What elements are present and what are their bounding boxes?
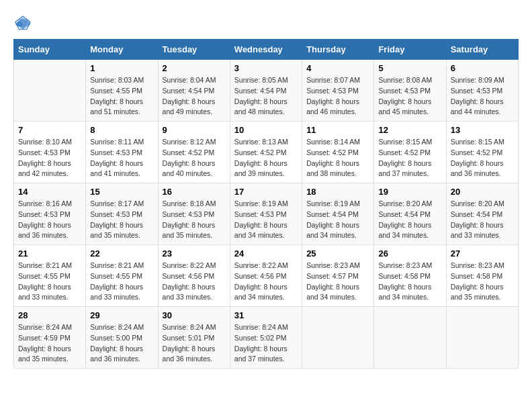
- week-row-3: 14 Sunrise: 8:16 AMSunset: 4:53 PMDaylig…: [14, 183, 519, 245]
- day-number: 11: [306, 125, 369, 135]
- day-cell: [14, 60, 86, 122]
- day-number: 3: [234, 63, 298, 73]
- day-number: 8: [90, 125, 153, 135]
- day-number: 30: [163, 310, 226, 320]
- day-info: Sunrise: 8:21 AMSunset: 4:55 PMDaylight:…: [18, 261, 81, 303]
- day-number: 7: [18, 125, 81, 135]
- day-number: 21: [18, 248, 81, 259]
- day-number: 26: [378, 248, 441, 259]
- header-sunday: Sunday: [14, 40, 86, 60]
- day-info: Sunrise: 8:20 AMSunset: 4:54 PMDaylight:…: [451, 199, 514, 241]
- day-cell: 18 Sunrise: 8:19 AMSunset: 4:54 PMDaylig…: [302, 183, 374, 245]
- day-cell: 16 Sunrise: 8:18 AMSunset: 4:53 PMDaylig…: [158, 183, 230, 245]
- day-cell: 15 Sunrise: 8:17 AMSunset: 4:53 PMDaylig…: [86, 183, 158, 245]
- day-info: Sunrise: 8:24 AMSunset: 5:00 PMDaylight:…: [90, 322, 153, 365]
- day-cell: 8 Sunrise: 8:11 AMSunset: 4:53 PMDayligh…: [86, 122, 158, 183]
- day-number: 9: [163, 125, 226, 135]
- day-number: 14: [18, 187, 81, 197]
- day-info: Sunrise: 8:04 AMSunset: 4:54 PMDaylight:…: [163, 75, 226, 118]
- logo: G: [13, 13, 35, 32]
- day-info: Sunrise: 8:21 AMSunset: 4:55 PMDaylight:…: [90, 261, 153, 303]
- day-info: Sunrise: 8:19 AMSunset: 4:53 PMDaylight:…: [234, 199, 298, 241]
- day-number: 23: [163, 248, 226, 259]
- day-number: 2: [163, 63, 226, 73]
- day-info: Sunrise: 8:15 AMSunset: 4:52 PMDaylight:…: [451, 137, 514, 179]
- day-info: Sunrise: 8:24 AMSunset: 5:01 PMDaylight:…: [163, 322, 226, 365]
- day-info: Sunrise: 8:23 AMSunset: 4:58 PMDaylight:…: [451, 261, 514, 303]
- day-cell: 12 Sunrise: 8:15 AMSunset: 4:52 PMDaylig…: [374, 122, 446, 183]
- calendar-header-row: SundayMondayTuesdayWednesdayThursdayFrid…: [14, 40, 519, 60]
- day-info: Sunrise: 8:16 AMSunset: 4:53 PMDaylight:…: [18, 199, 81, 241]
- day-cell: 6 Sunrise: 8:09 AMSunset: 4:53 PMDayligh…: [446, 60, 518, 122]
- day-number: 22: [90, 248, 153, 259]
- day-cell: 20 Sunrise: 8:20 AMSunset: 4:54 PMDaylig…: [446, 183, 518, 245]
- day-cell: 25 Sunrise: 8:23 AMSunset: 4:57 PMDaylig…: [302, 245, 374, 307]
- day-number: 16: [163, 187, 226, 197]
- day-info: Sunrise: 8:07 AMSunset: 4:53 PMDaylight:…: [306, 75, 369, 118]
- day-number: 19: [378, 187, 441, 197]
- day-info: Sunrise: 8:12 AMSunset: 4:52 PMDaylight:…: [163, 137, 226, 179]
- header-thursday: Thursday: [302, 40, 374, 60]
- day-number: 10: [234, 125, 298, 135]
- day-number: 24: [234, 248, 298, 259]
- day-cell: 13 Sunrise: 8:15 AMSunset: 4:52 PMDaylig…: [446, 122, 518, 183]
- day-info: Sunrise: 8:23 AMSunset: 4:57 PMDaylight:…: [306, 261, 369, 303]
- day-cell: [374, 307, 446, 369]
- header-tuesday: Tuesday: [158, 40, 230, 60]
- day-info: Sunrise: 8:09 AMSunset: 4:53 PMDaylight:…: [451, 75, 514, 118]
- day-cell: 24 Sunrise: 8:22 AMSunset: 4:56 PMDaylig…: [230, 245, 302, 307]
- day-number: 13: [451, 125, 514, 135]
- day-cell: 1 Sunrise: 8:03 AMSunset: 4:55 PMDayligh…: [86, 60, 158, 122]
- day-info: Sunrise: 8:18 AMSunset: 4:53 PMDaylight:…: [163, 199, 226, 241]
- header-saturday: Saturday: [446, 40, 518, 60]
- day-number: 15: [90, 187, 153, 197]
- day-info: Sunrise: 8:24 AMSunset: 4:59 PMDaylight:…: [18, 322, 81, 365]
- logo-icon: G: [13, 13, 32, 32]
- day-cell: 26 Sunrise: 8:23 AMSunset: 4:58 PMDaylig…: [374, 245, 446, 307]
- day-cell: 4 Sunrise: 8:07 AMSunset: 4:53 PMDayligh…: [302, 60, 374, 122]
- day-cell: 30 Sunrise: 8:24 AMSunset: 5:01 PMDaylig…: [158, 307, 230, 369]
- day-info: Sunrise: 8:08 AMSunset: 4:53 PMDaylight:…: [378, 75, 441, 118]
- day-cell: 28 Sunrise: 8:24 AMSunset: 4:59 PMDaylig…: [14, 307, 86, 369]
- day-number: 5: [378, 63, 441, 73]
- header-monday: Monday: [86, 40, 158, 60]
- day-info: Sunrise: 8:22 AMSunset: 4:56 PMDaylight:…: [163, 261, 226, 303]
- week-row-5: 28 Sunrise: 8:24 AMSunset: 4:59 PMDaylig…: [14, 307, 519, 369]
- day-info: Sunrise: 8:11 AMSunset: 4:53 PMDaylight:…: [90, 137, 153, 179]
- day-number: 18: [306, 187, 369, 197]
- day-info: Sunrise: 8:23 AMSunset: 4:58 PMDaylight:…: [378, 261, 441, 303]
- week-row-1: 1 Sunrise: 8:03 AMSunset: 4:55 PMDayligh…: [14, 60, 519, 122]
- day-number: 31: [234, 310, 298, 320]
- day-cell: 11 Sunrise: 8:14 AMSunset: 4:52 PMDaylig…: [302, 122, 374, 183]
- day-number: 28: [18, 310, 81, 320]
- day-number: 17: [234, 187, 298, 197]
- day-number: 4: [306, 63, 369, 73]
- day-info: Sunrise: 8:05 AMSunset: 4:54 PMDaylight:…: [234, 75, 298, 118]
- day-cell: 22 Sunrise: 8:21 AMSunset: 4:55 PMDaylig…: [86, 245, 158, 307]
- day-number: 12: [378, 125, 441, 135]
- day-info: Sunrise: 8:22 AMSunset: 4:56 PMDaylight:…: [234, 261, 298, 303]
- day-info: Sunrise: 8:10 AMSunset: 4:53 PMDaylight:…: [18, 137, 81, 179]
- day-cell: 19 Sunrise: 8:20 AMSunset: 4:54 PMDaylig…: [374, 183, 446, 245]
- week-row-2: 7 Sunrise: 8:10 AMSunset: 4:53 PMDayligh…: [14, 122, 519, 183]
- day-number: 25: [306, 248, 369, 259]
- day-number: 29: [90, 310, 153, 320]
- day-cell: 21 Sunrise: 8:21 AMSunset: 4:55 PMDaylig…: [14, 245, 86, 307]
- header-friday: Friday: [374, 40, 446, 60]
- day-cell: 10 Sunrise: 8:13 AMSunset: 4:52 PMDaylig…: [230, 122, 302, 183]
- day-cell: 14 Sunrise: 8:16 AMSunset: 4:53 PMDaylig…: [14, 183, 86, 245]
- day-cell: 3 Sunrise: 8:05 AMSunset: 4:54 PMDayligh…: [230, 60, 302, 122]
- day-info: Sunrise: 8:13 AMSunset: 4:52 PMDaylight:…: [234, 137, 298, 179]
- day-number: 1: [90, 63, 153, 73]
- day-cell: 5 Sunrise: 8:08 AMSunset: 4:53 PMDayligh…: [374, 60, 446, 122]
- day-cell: 31 Sunrise: 8:24 AMSunset: 5:02 PMDaylig…: [230, 307, 302, 369]
- day-info: Sunrise: 8:17 AMSunset: 4:53 PMDaylight:…: [90, 199, 153, 241]
- page-header: G: [13, 13, 519, 32]
- header-wednesday: Wednesday: [230, 40, 302, 60]
- day-cell: 17 Sunrise: 8:19 AMSunset: 4:53 PMDaylig…: [230, 183, 302, 245]
- day-cell: [446, 307, 518, 369]
- day-cell: 9 Sunrise: 8:12 AMSunset: 4:52 PMDayligh…: [158, 122, 230, 183]
- day-cell: [302, 307, 374, 369]
- day-cell: 23 Sunrise: 8:22 AMSunset: 4:56 PMDaylig…: [158, 245, 230, 307]
- day-number: 20: [451, 187, 514, 197]
